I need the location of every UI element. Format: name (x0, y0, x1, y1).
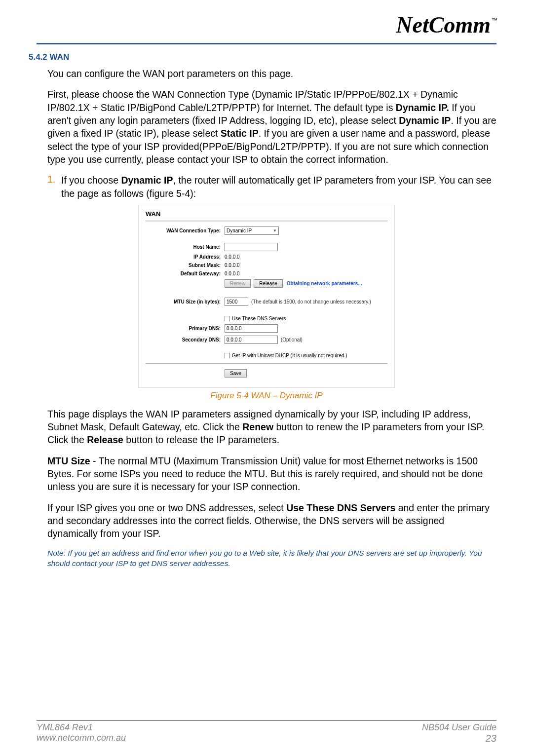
lbl-use-dns: Use These DNS Servers (232, 316, 286, 321)
inp-sdns[interactable] (225, 336, 278, 344)
lbl-conn-type: WAN Connection Type: (146, 228, 225, 233)
inp-mtu[interactable] (225, 298, 248, 306)
para-this-page: This page displays the WAN IP parameters… (47, 408, 496, 447)
hint-mtu: (The default is 1500, do not change unle… (251, 299, 371, 304)
hint-optional: (Optional) (281, 337, 303, 342)
inp-pdns[interactable] (225, 324, 278, 333)
val-gw: 0.0.0.0 (225, 271, 240, 276)
chk-use-dns[interactable] (225, 316, 230, 321)
val-ip: 0.0.0.0 (225, 254, 240, 260)
footer-url: www.netcomm.com.au (37, 733, 126, 743)
lbl-mtu: MTU Size (in bytes): (146, 299, 225, 304)
brand-header: NetComm™ (37, 12, 496, 44)
lbl-mask: Subnet Mask: (146, 263, 225, 268)
trademark: ™ (492, 17, 497, 24)
wan-screenshot: WAN WAN Connection Type: Dynamic IP▼ Hos… (138, 205, 395, 388)
lbl-gw: Default Gateway: (146, 271, 225, 276)
btn-renew[interactable]: Renew (225, 279, 251, 288)
wan-screenshot-title: WAN (146, 210, 387, 218)
para-mtu: MTU Size - The normal MTU (Maximum Trans… (47, 454, 496, 493)
sel-conn-type[interactable]: Dynamic IP▼ (225, 227, 279, 235)
figure-caption: Figure 5-4 WAN – Dynamic IP (37, 391, 496, 401)
list-number: 1. (47, 174, 61, 200)
list-item-1: 1. If you choose Dynamic IP, the router … (47, 174, 496, 200)
chk-unicast[interactable] (225, 353, 230, 358)
brand-logo: NetComm (396, 12, 491, 38)
btn-release[interactable]: Release (254, 279, 283, 288)
para-connection-types: First, please choose the WAN Connection … (47, 88, 496, 166)
footer-rev: YML864 Rev1 (37, 722, 126, 733)
footer-page: 23 (422, 733, 496, 744)
lbl-sdns: Secondary DNS: (146, 337, 225, 342)
footer-guide: NB504 User Guide (422, 722, 496, 733)
page-footer: YML864 Rev1 www.netcomm.com.au NB504 Use… (37, 720, 496, 744)
section-heading: 5.4.2 WAN (29, 52, 496, 62)
lbl-host: Host Name: (146, 244, 225, 250)
inp-host[interactable] (225, 243, 278, 251)
status-obtaining: Obtaining network parameters... (287, 281, 362, 286)
para-dns: If your ISP gives you one or two DNS add… (47, 501, 496, 540)
btn-save[interactable]: Save (225, 369, 247, 378)
intro-line: You can configure the WAN port parameter… (47, 67, 496, 80)
lbl-ip: IP Address: (146, 254, 225, 260)
note-dns: Note: If you get an address and find err… (47, 548, 496, 569)
val-mask: 0.0.0.0 (225, 263, 240, 268)
lbl-pdns: Primary DNS: (146, 326, 225, 331)
lbl-unicast: Get IP with Unicast DHCP (It is usually … (232, 353, 347, 358)
